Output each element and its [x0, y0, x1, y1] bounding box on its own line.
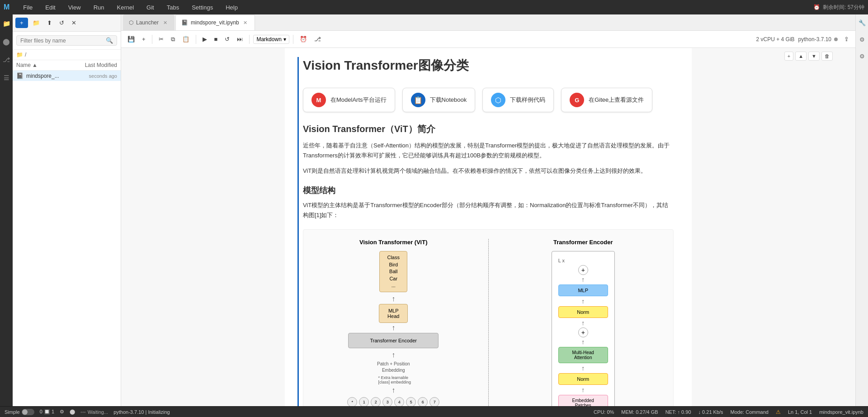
menu-kernel[interactable]: Kernel	[114, 3, 137, 12]
git-sidebar-icon[interactable]: ⎇	[1, 54, 12, 65]
left-icon-sidebar: 📁 ⬤ ⎇ ☰	[0, 14, 13, 406]
toc-icon[interactable]: ☰	[2, 72, 11, 83]
download-code-icon: ⬡	[491, 93, 505, 107]
menu-file[interactable]: File	[20, 3, 35, 12]
add-above-button[interactable]: +	[784, 52, 793, 61]
download-nb-icon: 📋	[411, 93, 425, 107]
enc-plus-top: +	[578, 265, 588, 275]
net-up-status: NET: ↑ 0.90	[665, 409, 691, 415]
move-down-button[interactable]: ▼	[808, 52, 820, 61]
share-icon: ⇪	[844, 36, 849, 43]
action-buttons-row: M 在ModelArts平台运行 📋 下载Notebook	[303, 88, 674, 112]
right-extension-icon[interactable]: ⚙	[858, 35, 866, 44]
file-search-header: 🔍	[13, 32, 121, 50]
add-cell-button[interactable]: +	[139, 34, 148, 44]
arrow-4: ↑	[392, 386, 395, 394]
enc-diagram: L x + ↑ MLP ↑ Norm ↑	[552, 251, 615, 406]
notebook-title: Vision Transformer图像分类	[303, 57, 674, 79]
file-search-input[interactable]	[20, 38, 104, 44]
toolbar-separator-1	[152, 35, 152, 44]
search-icon: 🔍	[106, 37, 113, 44]
class-embedding-note: * Extra learnable [class] embedding	[376, 375, 411, 384]
file-search-box[interactable]: 🔍	[16, 35, 117, 46]
cell-controls-top: + ▲ ▼ 🗑	[784, 52, 833, 61]
plus-icon: +	[20, 19, 24, 26]
paste-button[interactable]: 📋	[179, 34, 192, 44]
right-toolbar-area: 2 vCPU + 4 GiB python-3.7.10 ⇪	[756, 34, 852, 44]
right-property-icon[interactable]: 🔧	[857, 18, 867, 28]
git-toolbar-button[interactable]: ⎇	[311, 34, 324, 44]
arrow-2: ↑	[392, 324, 395, 332]
download-notebook-button[interactable]: 📋 下载Notebook	[402, 88, 476, 112]
upload-button[interactable]: ⬆	[44, 18, 55, 28]
simple-label: Simple	[5, 409, 20, 415]
enc-arrow-3: ↑	[581, 319, 585, 327]
menu-help[interactable]: Help	[223, 3, 241, 12]
refresh-icon: ↺	[59, 19, 64, 26]
simple-toggle[interactable]	[22, 409, 34, 415]
simple-mode[interactable]: Simple	[5, 409, 34, 415]
save-notebook-button[interactable]: 💾	[125, 34, 137, 44]
notebook-tab-close[interactable]: ✕	[242, 19, 249, 26]
encoder-diagram-title: Transformer Encoder	[502, 239, 665, 246]
enc-arrow-6: ↑	[581, 386, 585, 393]
add-icon: +	[142, 36, 146, 43]
warning-status-icon: ⚠	[776, 409, 781, 415]
name-column-header[interactable]: Name ▲	[16, 62, 67, 68]
toolbar-separator-4	[293, 35, 293, 44]
token-patches-row: * 1 2 3 4 5 6 7	[347, 397, 439, 406]
run-cell-button[interactable]: ▶	[200, 34, 210, 44]
files-icon[interactable]: 📁	[1, 18, 12, 29]
modelarts-label: 在ModelArts平台运行	[330, 96, 387, 104]
restart-button[interactable]: ↺	[222, 34, 232, 44]
modified-column-header[interactable]: Last Modified	[67, 62, 117, 68]
notebook-inner: Vision Transformer图像分类 M 在ModelArts平台运行 …	[285, 48, 692, 406]
resource-info: 2 vCPU + 4 GiB	[756, 36, 795, 43]
share-button[interactable]: ⇪	[841, 34, 852, 44]
clear-button[interactable]: ✕	[69, 18, 79, 28]
enc-arrow-2: ↑	[581, 298, 585, 305]
encoder-diagram-box: Transformer Encoder L x + ↑ MLP ↑	[502, 239, 665, 406]
kernel-info-status: python-3.7.10 | Initializing	[113, 409, 170, 415]
patch-token-6: 6	[418, 397, 428, 406]
cut-button[interactable]: ✂	[156, 34, 166, 44]
settings-status-icon[interactable]: ⚙	[60, 409, 64, 415]
menu-view[interactable]: View	[66, 3, 84, 12]
notebook-content[interactable]: + ▲ ▼ 🗑 Vision Transformer图像分类 M	[121, 48, 855, 406]
menu-run[interactable]: Run	[91, 3, 107, 12]
time-icon-button[interactable]: ⏰	[297, 34, 310, 44]
menu-settings[interactable]: Settings	[189, 3, 216, 12]
menu-edit[interactable]: Edit	[42, 3, 58, 12]
right-debug-icon[interactable]: ⚙	[858, 52, 866, 61]
copy-button[interactable]: ⧉	[168, 34, 178, 44]
menu-tabs[interactable]: Tabs	[164, 3, 182, 12]
move-up-button[interactable]: ▲	[795, 52, 807, 61]
menu-git[interactable]: Git	[144, 3, 157, 12]
run-all-button[interactable]: ⏭	[234, 34, 245, 44]
arrow-1: ↑	[392, 295, 395, 303]
enc-arrow-5: ↑	[581, 365, 585, 372]
tab-launcher[interactable]: ⬡ Launcher ✕	[123, 14, 175, 30]
modelarts-button[interactable]: M 在ModelArts平台运行	[303, 88, 395, 112]
file-row[interactable]: 📓 mindspore_... seconds ago	[13, 71, 121, 81]
launcher-tab-close[interactable]: ✕	[161, 19, 169, 26]
stop-button[interactable]: ■	[212, 34, 221, 44]
architecture-paragraph-1: ViT模型的主体结构是基于Transformer模型的Encoder部分（部分结…	[303, 200, 674, 220]
dropdown-icon: ▾	[283, 36, 286, 43]
diagram-divider	[488, 239, 489, 406]
open-folder-button[interactable]: 📁	[30, 18, 42, 28]
gitee-button[interactable]: G 在Gitee上查看源文件	[561, 88, 652, 112]
waiting-label: Waiting...	[88, 409, 108, 415]
tab-notebook[interactable]: 📓 mindspore_vit.ipynb ✕	[175, 14, 255, 30]
lx-label: L x	[557, 257, 566, 264]
new-launcher-button[interactable]: +	[15, 18, 28, 28]
cell-type-select[interactable]: Markdown ▾	[253, 35, 289, 44]
vit-diagram: ClassBirdBallCar... ↑ MLPHead ↑ Transfor…	[312, 251, 475, 406]
cut-icon: ✂	[159, 36, 164, 43]
refresh-button[interactable]: ↺	[57, 18, 67, 28]
status-left: Simple 0 🔲 1 ⚙ ⬤ ◦◦◦ Waiting... python-3…	[5, 409, 170, 415]
download-code-button[interactable]: ⬡ 下载样例代码	[482, 88, 554, 112]
mlp-head-box: MLPHead	[379, 304, 408, 323]
delete-cell-button[interactable]: 🗑	[821, 52, 833, 61]
running-icon[interactable]: ⬤	[1, 36, 12, 47]
